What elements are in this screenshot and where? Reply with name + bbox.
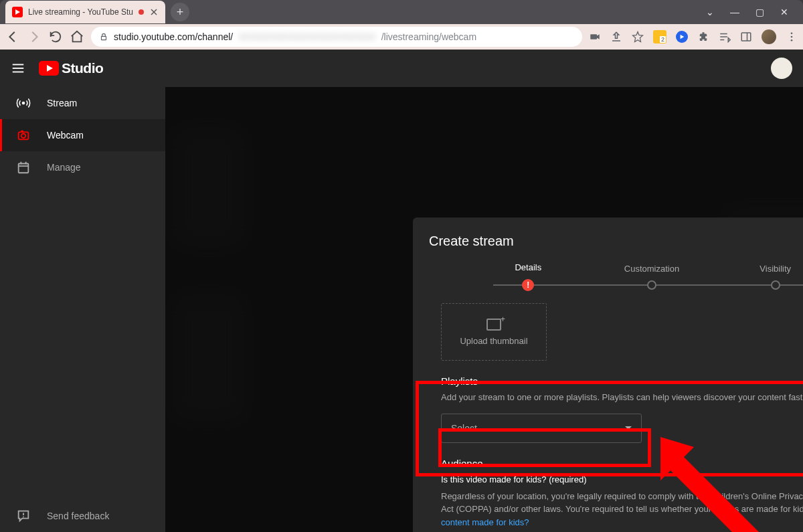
back-button[interactable]: [5, 29, 20, 44]
dialog-title: Create stream: [413, 217, 803, 262]
app-header: Studio: [0, 50, 803, 87]
window-controls: ⌄ — ▢ ✕: [706, 7, 798, 17]
sidebar-item-webcam[interactable]: Webcam: [0, 119, 165, 151]
tab-title: Live streaming - YouTube Stu: [28, 7, 133, 17]
sidebar: Stream Webcam Manage Send feedback: [0, 87, 165, 532]
main-area: Create stream Details ! Customization Vi: [165, 87, 803, 532]
playlists-section: Playlists Add your stream to one or more…: [441, 375, 803, 443]
lock-icon: [99, 32, 108, 41]
feedback-icon: [16, 509, 31, 523]
browser-tabstrip: Live streaming - YouTube Stu + ⌄ — ▢ ✕: [0, 0, 803, 24]
create-stream-dialog: Create stream Details ! Customization Vi: [413, 217, 803, 532]
close-icon[interactable]: ✕: [780, 7, 788, 17]
extension-yellow-icon[interactable]: 2: [653, 30, 666, 43]
step-circle-icon: [771, 280, 780, 290]
extensions-icon[interactable]: [697, 31, 709, 43]
channel-avatar[interactable]: [771, 58, 792, 79]
webcam-icon: [16, 128, 31, 143]
new-tab-button[interactable]: +: [171, 3, 189, 21]
share-icon[interactable]: [610, 31, 622, 43]
svg-rect-3: [102, 36, 106, 39]
svg-marker-0: [15, 9, 20, 15]
section-description: Regardless of your location, you're lega…: [441, 490, 803, 529]
youtube-studio-logo[interactable]: Studio: [39, 60, 103, 76]
sidebar-item-manage[interactable]: Manage: [0, 151, 165, 183]
svg-point-8: [791, 32, 793, 34]
youtube-play-icon: [39, 61, 59, 76]
svg-rect-18: [19, 164, 29, 173]
sidebar-label: Manage: [47, 162, 81, 173]
studio-wordmark: Studio: [62, 60, 103, 76]
svg-point-14: [22, 102, 25, 105]
step-visibility[interactable]: Visibility: [713, 264, 803, 290]
kebab-menu-icon[interactable]: [786, 31, 798, 43]
dialog-body[interactable]: Upload thumbnail Playlists Add your stre…: [413, 291, 803, 532]
reload-button[interactable]: [48, 29, 63, 44]
section-description: Add your stream to one or more playlists…: [441, 391, 803, 404]
section-title: Audience: [441, 458, 803, 469]
youtube-favicon: [12, 7, 23, 17]
sidebar-label: Webcam: [47, 130, 84, 141]
svg-marker-5: [681, 35, 685, 39]
svg-rect-4: [590, 34, 597, 39]
stepper: Details ! Customization Visibility: [413, 262, 803, 291]
step-customization[interactable]: Customization: [590, 264, 714, 290]
svg-point-10: [791, 39, 793, 41]
tab-close-icon[interactable]: [149, 7, 159, 17]
camera-icon[interactable]: [589, 31, 601, 43]
url-host: studio.youtube.com/channel/: [114, 31, 233, 42]
manage-icon: [16, 160, 31, 175]
minimize-icon[interactable]: —: [730, 7, 739, 17]
toolbar-right: 2: [589, 29, 798, 44]
recording-dot-icon: [139, 9, 144, 15]
sidebar-item-feedback[interactable]: Send feedback: [0, 500, 165, 532]
sidebar-label: Send feedback: [47, 511, 109, 521]
address-bar[interactable]: studio.youtube.com/channel/ XXXXXXXXXXXX…: [91, 27, 582, 47]
maximize-icon[interactable]: ▢: [755, 7, 764, 17]
stream-icon: [16, 96, 31, 110]
upload-thumbnail-button[interactable]: Upload thumbnail: [441, 303, 547, 361]
svg-point-9: [791, 36, 793, 38]
sidepanel-icon[interactable]: [740, 31, 752, 43]
sidebar-label: Stream: [47, 98, 77, 108]
sidebar-item-stream[interactable]: Stream: [0, 87, 165, 119]
extension-blue-icon[interactable]: [676, 31, 688, 43]
playlist-icon[interactable]: [719, 31, 731, 43]
svg-point-23: [23, 516, 24, 517]
profile-avatar-icon[interactable]: [762, 29, 776, 44]
step-circle-icon: [647, 280, 656, 290]
select-value: Select: [451, 423, 477, 434]
playlist-select[interactable]: Select: [441, 414, 642, 443]
step-active-icon: !: [522, 279, 534, 291]
chevron-down-icon[interactable]: ⌄: [706, 7, 714, 17]
section-title: Playlists: [441, 375, 803, 387]
hamburger-icon[interactable]: [11, 61, 25, 76]
svg-point-16: [21, 134, 25, 138]
audience-question: Is this video made for kids? (required): [441, 474, 803, 484]
url-path: /livestreaming/webcam: [381, 31, 476, 42]
star-icon[interactable]: [632, 31, 644, 43]
url-channel-id: XXXXXXXXXXXXXXXXXXXXXX: [238, 31, 375, 42]
caret-down-icon: [625, 426, 632, 430]
browser-tab[interactable]: Live streaming - YouTube Stu: [5, 1, 165, 23]
svg-rect-6: [741, 33, 751, 41]
audience-section: Audience Is this video made for kids? (r…: [441, 458, 803, 529]
svg-rect-17: [21, 130, 23, 132]
forward-button[interactable]: [27, 29, 41, 44]
step-details[interactable]: Details !: [466, 262, 590, 291]
image-add-icon: [486, 319, 501, 331]
browser-toolbar: studio.youtube.com/channel/ XXXXXXXXXXXX…: [0, 24, 803, 50]
home-button[interactable]: [70, 29, 84, 44]
